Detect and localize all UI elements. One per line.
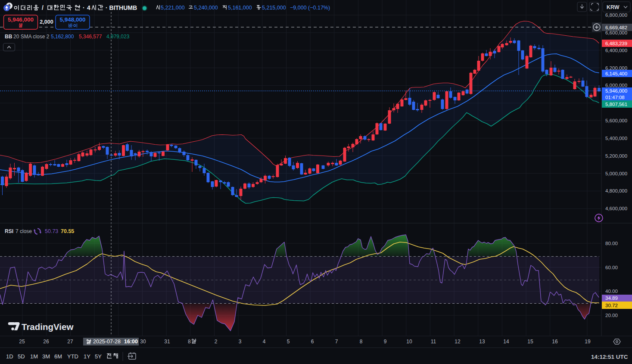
svg-text:6,000,000: 6,000,000 <box>605 83 627 88</box>
svg-text:5,346,577: 5,346,577 <box>79 34 102 40</box>
svg-text:30: 30 <box>140 339 146 345</box>
svg-text:9: 9 <box>384 339 387 345</box>
svg-text:6,483,239: 6,483,239 <box>605 41 627 46</box>
svg-text:16: 16 <box>552 339 558 345</box>
svg-text:5,807,561: 5,807,561 <box>605 102 627 107</box>
svg-text:3: 3 <box>239 339 242 345</box>
svg-text:TradingView: TradingView <box>22 322 73 332</box>
svg-text:8: 8 <box>360 339 363 345</box>
svg-text:2025-07-28: 2025-07-28 <box>93 339 121 345</box>
svg-text:11: 11 <box>431 339 436 345</box>
svg-text:· BITHUMB: · BITHUMB <box>106 4 137 11</box>
svg-text:5,948,000: 5,948,000 <box>59 16 85 23</box>
svg-text:6,800,000: 6,800,000 <box>605 12 627 18</box>
svg-text:5,240,000: 5,240,000 <box>194 5 218 11</box>
svg-text:RSI: RSI <box>5 228 13 234</box>
svg-text:6: 6 <box>311 339 314 345</box>
svg-text:34.89: 34.89 <box>605 296 618 301</box>
svg-text:20 SMA close 2: 20 SMA close 2 <box>13 34 50 40</box>
svg-text:5D: 5D <box>18 353 25 360</box>
svg-text:5,000,000: 5,000,000 <box>605 171 627 176</box>
svg-text:BB: BB <box>5 34 12 40</box>
svg-text:19: 19 <box>585 339 591 345</box>
svg-text:4,600,000: 4,600,000 <box>605 206 627 211</box>
svg-text:01:47:08: 01:47:08 <box>605 95 625 100</box>
svg-text:1M: 1M <box>30 353 38 360</box>
svg-text:5,946,000: 5,946,000 <box>605 88 627 93</box>
svg-text:4: 4 <box>263 339 266 345</box>
svg-text:8: 8 <box>188 339 191 345</box>
svg-text:1D: 1D <box>6 353 13 360</box>
svg-text:KRW: KRW <box>607 4 620 10</box>
svg-text:5,162,800: 5,162,800 <box>51 34 74 40</box>
svg-text:6,200,000: 6,200,000 <box>605 65 627 71</box>
svg-text:70.55: 70.55 <box>61 228 74 234</box>
svg-text:25: 25 <box>19 339 25 345</box>
svg-text:6M: 6M <box>54 353 62 360</box>
svg-text:14: 14 <box>503 339 509 345</box>
svg-text:16:00: 16:00 <box>124 339 138 345</box>
svg-text:2,000: 2,000 <box>40 19 53 25</box>
svg-text:3M: 3M <box>42 353 50 360</box>
svg-text:27: 27 <box>67 339 73 345</box>
svg-text:5,600,000: 5,600,000 <box>605 118 627 123</box>
svg-text:4: 4 <box>87 4 90 11</box>
svg-text:4,800,000: 4,800,000 <box>605 188 627 193</box>
svg-text:6,145,400: 6,145,400 <box>605 71 627 76</box>
svg-text:6,400,000: 6,400,000 <box>605 48 627 53</box>
svg-text:5,161,000: 5,161,000 <box>228 5 252 11</box>
svg-text:5,221,000: 5,221,000 <box>161 5 185 11</box>
svg-text:5,400,000: 5,400,000 <box>605 136 627 141</box>
svg-text:10: 10 <box>406 339 412 345</box>
svg-text:/: / <box>42 4 44 11</box>
svg-text:26: 26 <box>43 339 49 345</box>
svg-text:31: 31 <box>164 339 170 345</box>
svg-text:4,979,023: 4,979,023 <box>106 34 130 40</box>
svg-text:12: 12 <box>455 339 461 345</box>
svg-text:5,200,000: 5,200,000 <box>605 153 627 159</box>
svg-text:5: 5 <box>287 339 290 345</box>
svg-text:20.00: 20.00 <box>605 313 618 318</box>
svg-text:30.72: 30.72 <box>605 303 618 308</box>
svg-text:13: 13 <box>479 339 485 345</box>
svg-text:50.73: 50.73 <box>45 228 58 234</box>
svg-text:40.00: 40.00 <box>605 289 618 294</box>
svg-text:7 close: 7 close <box>16 228 32 234</box>
svg-text:7: 7 <box>335 339 338 345</box>
svg-text:60.00: 60.00 <box>605 265 618 270</box>
svg-text:14:12:51 UTC: 14:12:51 UTC <box>591 354 628 360</box>
svg-text:1Y: 1Y <box>84 353 90 360</box>
svg-text:5,946,000: 5,946,000 <box>8 16 34 23</box>
svg-text:−9,000 (−0.17%): −9,000 (−0.17%) <box>290 5 330 11</box>
svg-text:80.00: 80.00 <box>605 241 618 246</box>
svg-text:YTD: YTD <box>67 353 78 360</box>
svg-text:·: · <box>83 4 85 11</box>
svg-text:6,669,482: 6,669,482 <box>605 25 627 30</box>
svg-text:15: 15 <box>527 339 533 345</box>
svg-text:5,215,000: 5,215,000 <box>262 5 286 11</box>
svg-text:2: 2 <box>215 339 218 345</box>
svg-text:5Y: 5Y <box>95 353 102 360</box>
